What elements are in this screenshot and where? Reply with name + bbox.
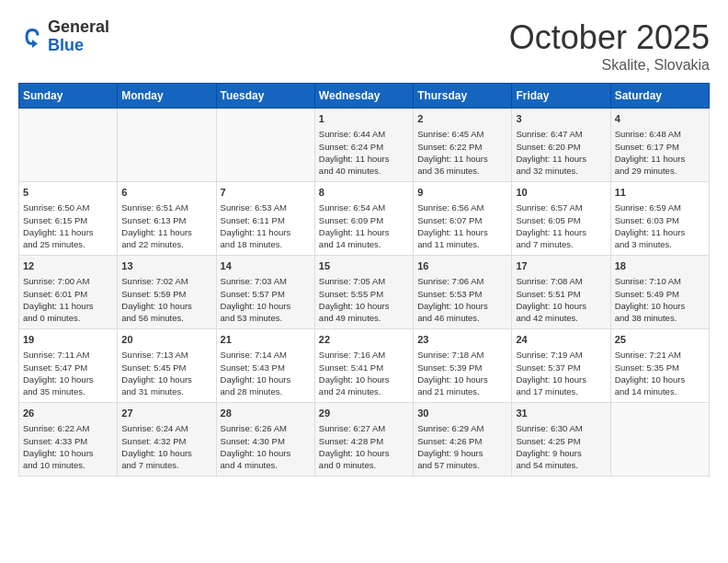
day-info: Sunrise: 7:19 AM Sunset: 5:37 PM Dayligh…: [516, 349, 606, 397]
calendar-cell: [216, 109, 314, 182]
day-info: Sunrise: 7:11 AM Sunset: 5:47 PM Dayligh…: [23, 349, 113, 397]
week-row-2: 5Sunrise: 6:50 AM Sunset: 6:15 PM Daylig…: [19, 182, 710, 256]
day-number: 5: [23, 186, 113, 200]
calendar-cell: 5Sunrise: 6:50 AM Sunset: 6:15 PM Daylig…: [19, 182, 118, 256]
day-info: Sunrise: 7:08 AM Sunset: 5:51 PM Dayligh…: [516, 275, 606, 324]
logo-general: General: [48, 18, 109, 37]
day-number: 10: [516, 186, 606, 200]
calendar-cell: 6Sunrise: 6:51 AM Sunset: 6:13 PM Daylig…: [118, 182, 216, 256]
column-header-friday: Friday: [512, 84, 610, 109]
day-info: Sunrise: 6:59 AM Sunset: 6:03 PM Dayligh…: [615, 201, 705, 250]
calendar-cell: 12Sunrise: 7:00 AM Sunset: 6:01 PM Dayli…: [19, 256, 118, 329]
column-header-monday: Monday: [118, 84, 216, 109]
calendar-cell: 1Sunrise: 6:44 AM Sunset: 6:24 PM Daylig…: [314, 109, 413, 182]
day-number: 22: [319, 333, 409, 347]
day-info: Sunrise: 6:22 AM Sunset: 4:33 PM Dayligh…: [23, 422, 113, 471]
day-info: Sunrise: 6:29 AM Sunset: 4:26 PM Dayligh…: [417, 422, 507, 471]
day-info: Sunrise: 6:45 AM Sunset: 6:22 PM Dayligh…: [417, 128, 507, 177]
day-info: Sunrise: 6:30 AM Sunset: 4:25 PM Dayligh…: [516, 422, 606, 471]
calendar-cell: 21Sunrise: 7:14 AM Sunset: 5:43 PM Dayli…: [216, 329, 314, 403]
calendar-cell: 17Sunrise: 7:08 AM Sunset: 5:51 PM Dayli…: [512, 256, 610, 329]
calendar-cell: 22Sunrise: 7:16 AM Sunset: 5:41 PM Dayli…: [314, 329, 413, 403]
calendar-table: SundayMondayTuesdayWednesdayThursdayFrid…: [18, 83, 710, 477]
calendar-cell: 15Sunrise: 7:05 AM Sunset: 5:55 PM Dayli…: [314, 256, 413, 329]
calendar-cell: 10Sunrise: 6:57 AM Sunset: 6:05 PM Dayli…: [512, 182, 610, 256]
day-info: Sunrise: 6:53 AM Sunset: 6:11 PM Dayligh…: [221, 201, 311, 250]
day-number: 17: [516, 259, 606, 273]
day-number: 15: [319, 259, 409, 273]
day-info: Sunrise: 7:18 AM Sunset: 5:39 PM Dayligh…: [417, 349, 507, 397]
day-number: 8: [319, 186, 409, 200]
calendar-cell: 26Sunrise: 6:22 AM Sunset: 4:33 PM Dayli…: [19, 403, 118, 477]
day-number: 2: [417, 112, 507, 126]
day-info: Sunrise: 6:47 AM Sunset: 6:20 PM Dayligh…: [516, 128, 606, 177]
column-header-saturday: Saturday: [610, 84, 709, 109]
day-info: Sunrise: 7:02 AM Sunset: 5:59 PM Dayligh…: [121, 275, 211, 324]
day-number: 16: [417, 259, 507, 273]
calendar-cell: 2Sunrise: 6:45 AM Sunset: 6:22 PM Daylig…: [414, 109, 512, 182]
day-number: 25: [615, 333, 705, 347]
day-number: 24: [516, 333, 606, 347]
day-info: Sunrise: 6:51 AM Sunset: 6:13 PM Dayligh…: [121, 201, 211, 250]
calendar-cell: 3Sunrise: 6:47 AM Sunset: 6:20 PM Daylig…: [512, 109, 610, 182]
day-info: Sunrise: 6:56 AM Sunset: 6:07 PM Dayligh…: [417, 201, 507, 250]
calendar-cell: 7Sunrise: 6:53 AM Sunset: 6:11 PM Daylig…: [216, 182, 314, 256]
day-info: Sunrise: 7:03 AM Sunset: 5:57 PM Dayligh…: [221, 275, 311, 324]
day-number: 20: [121, 333, 211, 347]
calendar-cell: 19Sunrise: 7:11 AM Sunset: 5:47 PM Dayli…: [19, 329, 118, 403]
day-number: 19: [23, 333, 113, 347]
logo-blue: Blue: [48, 37, 109, 55]
logo: General Blue: [18, 18, 109, 55]
calendar-cell: 18Sunrise: 7:10 AM Sunset: 5:49 PM Dayli…: [610, 256, 709, 329]
calendar-cell: [118, 109, 216, 182]
day-info: Sunrise: 7:05 AM Sunset: 5:55 PM Dayligh…: [319, 275, 409, 324]
calendar-cell: 9Sunrise: 6:56 AM Sunset: 6:07 PM Daylig…: [414, 182, 512, 256]
day-info: Sunrise: 6:50 AM Sunset: 6:15 PM Dayligh…: [23, 201, 113, 250]
day-info: Sunrise: 7:21 AM Sunset: 5:35 PM Dayligh…: [615, 349, 705, 397]
day-number: 30: [417, 407, 507, 420]
calendar-cell: [19, 109, 118, 182]
column-header-sunday: Sunday: [19, 84, 118, 109]
calendar-cell: 24Sunrise: 7:19 AM Sunset: 5:37 PM Dayli…: [512, 329, 610, 403]
day-info: Sunrise: 6:44 AM Sunset: 6:24 PM Dayligh…: [319, 128, 409, 177]
day-number: 31: [516, 407, 606, 420]
day-number: 29: [319, 407, 409, 420]
calendar-cell: [610, 403, 709, 477]
day-number: 6: [121, 186, 211, 200]
day-number: 1: [319, 112, 409, 126]
calendar-cell: 16Sunrise: 7:06 AM Sunset: 5:53 PM Dayli…: [414, 256, 512, 329]
calendar-cell: 20Sunrise: 7:13 AM Sunset: 5:45 PM Dayli…: [118, 329, 216, 403]
day-number: 9: [417, 186, 507, 200]
day-info: Sunrise: 7:10 AM Sunset: 5:49 PM Dayligh…: [615, 275, 705, 324]
day-number: 23: [417, 333, 507, 347]
day-number: 11: [615, 186, 705, 200]
week-row-3: 12Sunrise: 7:00 AM Sunset: 6:01 PM Dayli…: [19, 256, 710, 329]
day-number: 7: [221, 186, 311, 200]
logo-icon: [18, 23, 46, 51]
day-number: 28: [221, 407, 311, 420]
header-row: SundayMondayTuesdayWednesdayThursdayFrid…: [19, 84, 710, 109]
page-header: General Blue October 2025 Skalite, Slova…: [18, 18, 710, 74]
day-info: Sunrise: 6:26 AM Sunset: 4:30 PM Dayligh…: [221, 422, 311, 471]
day-info: Sunrise: 7:06 AM Sunset: 5:53 PM Dayligh…: [417, 275, 507, 324]
column-header-tuesday: Tuesday: [216, 84, 314, 109]
title-block: October 2025 Skalite, Slovakia: [509, 18, 710, 74]
column-header-wednesday: Wednesday: [314, 84, 413, 109]
day-info: Sunrise: 7:14 AM Sunset: 5:43 PM Dayligh…: [221, 349, 311, 397]
day-number: 21: [221, 333, 311, 347]
calendar-cell: 23Sunrise: 7:18 AM Sunset: 5:39 PM Dayli…: [414, 329, 512, 403]
calendar-cell: 8Sunrise: 6:54 AM Sunset: 6:09 PM Daylig…: [314, 182, 413, 256]
day-info: Sunrise: 7:13 AM Sunset: 5:45 PM Dayligh…: [121, 349, 211, 397]
calendar-cell: 4Sunrise: 6:48 AM Sunset: 6:17 PM Daylig…: [610, 109, 709, 182]
day-number: 12: [23, 259, 113, 273]
day-number: 4: [615, 112, 705, 126]
calendar-cell: 25Sunrise: 7:21 AM Sunset: 5:35 PM Dayli…: [610, 329, 709, 403]
day-info: Sunrise: 7:00 AM Sunset: 6:01 PM Dayligh…: [23, 275, 113, 324]
calendar-cell: 31Sunrise: 6:30 AM Sunset: 4:25 PM Dayli…: [512, 403, 610, 477]
calendar-cell: 28Sunrise: 6:26 AM Sunset: 4:30 PM Dayli…: [216, 403, 314, 477]
day-number: 26: [23, 407, 113, 420]
day-info: Sunrise: 6:48 AM Sunset: 6:17 PM Dayligh…: [615, 128, 705, 177]
day-info: Sunrise: 6:57 AM Sunset: 6:05 PM Dayligh…: [516, 201, 606, 250]
week-row-1: 1Sunrise: 6:44 AM Sunset: 6:24 PM Daylig…: [19, 109, 710, 182]
day-info: Sunrise: 6:27 AM Sunset: 4:28 PM Dayligh…: [319, 422, 409, 471]
